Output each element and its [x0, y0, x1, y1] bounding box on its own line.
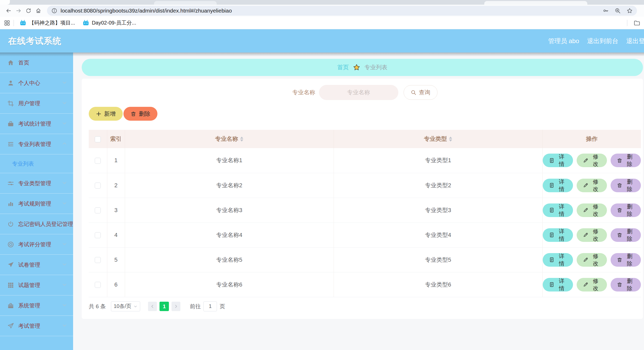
bookmark-label: 【码神之路】项目... — [29, 19, 75, 26]
query-button[interactable]: 查询 — [404, 85, 438, 100]
row-delete-button[interactable]: 删除 — [611, 154, 641, 167]
browser-tab-fragment[interactable] — [0, 0, 10, 5]
cell-type: 专业类型2 — [334, 173, 542, 198]
row-checkbox[interactable] — [95, 158, 101, 164]
sidebar-subitem[interactable]: 专业列表 — [0, 154, 73, 173]
pagination: 共 6 条 10条/页 1 前往 1 页 — [89, 301, 641, 311]
detail-button[interactable]: 详情 — [543, 203, 573, 217]
browser-home-icon[interactable] — [33, 6, 43, 16]
prev-page-button[interactable] — [148, 302, 157, 311]
back-icon[interactable] — [4, 6, 14, 16]
row-delete-button[interactable]: 删除 — [611, 278, 641, 291]
cell-index: 2 — [107, 173, 125, 198]
sidebar-item[interactable]: 考试统计管理 — [0, 114, 73, 134]
pen-icon — [583, 207, 588, 213]
add-button[interactable]: 新增 — [89, 107, 123, 121]
page-size-select[interactable]: 10条/页 — [111, 301, 140, 311]
forward-icon[interactable] — [14, 6, 23, 16]
password-key-icon[interactable] — [602, 8, 609, 14]
chevron-down-icon — [62, 282, 67, 289]
detail-button[interactable]: 详情 — [543, 154, 573, 167]
divider — [14, 20, 14, 26]
sidebar-item[interactable]: 试卷管理 — [0, 255, 73, 275]
sidebar-item[interactable]: 系统管理 — [0, 295, 73, 316]
sidebar-item[interactable]: 考试评分管理 — [0, 234, 73, 255]
edit-button[interactable]: 修改 — [577, 278, 607, 291]
chevron-left-icon — [150, 304, 155, 309]
detail-button[interactable]: 详情 — [543, 179, 573, 192]
breadcrumb-home-link[interactable]: 首页 — [337, 63, 349, 71]
detail-button[interactable]: 详情 — [543, 253, 573, 267]
edit-button[interactable]: 修改 — [577, 154, 607, 167]
row-delete-button[interactable]: 删除 — [611, 253, 641, 267]
bookmark-item[interactable]: 【码神之路】项目... — [20, 19, 75, 26]
url-text[interactable]: localhost:8080/springbootsu39z/admin/dis… — [61, 8, 597, 14]
address-bar[interactable]: localhost:8080/springbootsu39z/admin/dis… — [47, 6, 637, 16]
cell-name: 专业名称4 — [125, 223, 334, 247]
table-row: 5专业名称5专业类型5详情修改删除 — [89, 247, 641, 272]
content-card: 专业名称 查询 新增 删除 — [82, 79, 643, 319]
chevron-down-icon — [62, 100, 67, 107]
row-checkbox[interactable] — [95, 282, 101, 288]
search-label: 专业名称 — [292, 89, 315, 96]
sidebar-item-label: 考试规则管理 — [18, 200, 51, 207]
row-checkbox[interactable] — [95, 257, 101, 263]
sidebar-item[interactable]: 专业列表管理 — [0, 134, 73, 154]
sidebar-item-label: 考试管理 — [18, 322, 40, 330]
table-row: 3专业名称3专业类型3详情修改删除 — [89, 198, 641, 223]
next-page-button[interactable] — [172, 302, 180, 311]
trash-icon — [617, 158, 622, 163]
table-row: 1专业名称1专业类型1详情修改删除 — [89, 148, 641, 173]
sidebar-item[interactable]: 用户管理 — [0, 93, 73, 114]
sidebar-item[interactable]: 考试管理 — [0, 316, 73, 336]
home-icon — [7, 59, 14, 66]
sidebar-item[interactable]: 首页 — [0, 52, 73, 73]
row-checkbox[interactable] — [95, 207, 101, 213]
tv-icon — [82, 20, 89, 26]
page-number-active[interactable]: 1 — [159, 302, 169, 311]
header-link-logout[interactable]: 退出登录 — [626, 37, 644, 45]
row-checkbox[interactable] — [95, 232, 101, 238]
sort-carets-icon[interactable] — [449, 137, 452, 142]
sidebar-item[interactable]: 试题管理 — [0, 275, 73, 295]
chevron-down-icon — [62, 180, 67, 187]
delete-button[interactable]: 删除 — [123, 107, 157, 121]
sidebar-item[interactable]: 个人中心 — [0, 73, 73, 93]
sidebar-item-label: 个人中心 — [18, 79, 40, 87]
bookmark-item[interactable]: Day02-09-员工分... — [82, 19, 136, 26]
edit-button[interactable]: 修改 — [577, 203, 607, 217]
site-info-icon[interactable] — [51, 8, 57, 14]
sort-carets-icon[interactable] — [240, 137, 243, 142]
sidebar-item[interactable]: 考试规则管理 — [0, 194, 73, 214]
cell-index: 4 — [107, 223, 125, 247]
edit-button[interactable]: 修改 — [577, 253, 607, 267]
header-link-front[interactable]: 退出到前台 — [587, 37, 618, 45]
bookmark-star-icon[interactable] — [627, 8, 633, 14]
edit-button[interactable]: 修改 — [577, 179, 607, 192]
row-delete-button[interactable]: 删除 — [611, 228, 641, 242]
edit-button[interactable]: 修改 — [577, 228, 607, 242]
sidebar-item[interactable]: 忘记密码人员登记管理 — [0, 214, 73, 234]
document-icon — [549, 282, 554, 287]
search-input[interactable] — [319, 85, 398, 100]
browser-tab-fragment[interactable] — [154, 1, 217, 5]
detail-button[interactable]: 详情 — [543, 228, 573, 242]
cell-index: 1 — [107, 148, 125, 173]
row-checkbox[interactable] — [95, 183, 101, 189]
apps-grid-icon[interactable] — [4, 20, 10, 26]
detail-button[interactable]: 详情 — [543, 278, 573, 291]
select-all-checkbox[interactable] — [95, 136, 101, 142]
pen-icon — [583, 282, 588, 287]
trash-icon — [617, 232, 622, 238]
browser-tab-fragment[interactable] — [484, 1, 587, 5]
folder-icon[interactable] — [634, 20, 640, 26]
row-delete-button[interactable]: 删除 — [611, 179, 641, 192]
row-delete-button[interactable]: 删除 — [611, 203, 641, 217]
column-header-type[interactable]: 专业类型 — [334, 130, 542, 148]
sidebar-item[interactable]: 专业类型管理 — [0, 173, 73, 194]
refresh-icon[interactable] — [23, 6, 33, 16]
column-header-name[interactable]: 专业名称 — [125, 130, 334, 148]
zoom-in-icon[interactable] — [615, 8, 621, 14]
sidebar-item-label: 考试统计管理 — [18, 120, 51, 127]
goto-page-input[interactable]: 1 — [203, 301, 217, 311]
